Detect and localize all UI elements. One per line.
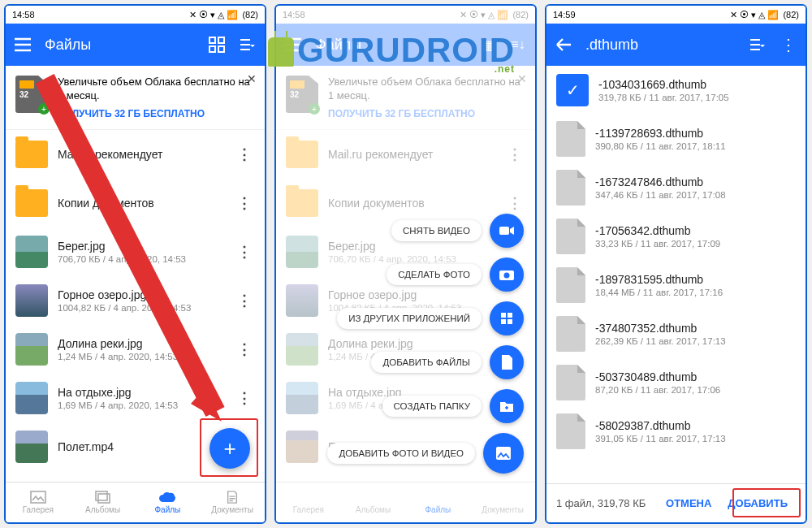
highlight-box-add — [732, 488, 801, 517]
list-item[interactable]: Копии документов⋮ — [6, 179, 265, 227]
sort-icon[interactable] — [239, 36, 257, 54]
fab-action-add-media[interactable]: ДОБАВИТЬ ФОТО И ВИДЕО — [327, 433, 524, 474]
sort-icon[interactable] — [749, 36, 767, 54]
fab-menu: СНЯТЬ ВИДЕО СДЕЛАТЬ ФОТО ИЗ ДРУГИХ ПРИЛО… — [327, 214, 524, 474]
tab-albums[interactable]: Альбомы — [71, 483, 136, 522]
page-title: .dthumb — [585, 37, 736, 54]
svg-point-9 — [504, 273, 510, 279]
tab-gallery[interactable]: Галерея — [6, 483, 71, 522]
status-bar: 14:58 ✕ ⦿ ▾ ◬ 📶 (82) — [276, 6, 535, 24]
file-list[interactable]: ✓-1034031669.dthumb319,78 КБ / 11 авг. 2… — [546, 66, 806, 483]
file-icon — [556, 267, 585, 303]
camera-icon — [490, 258, 524, 292]
svg-rect-2 — [209, 46, 215, 52]
promo-link[interactable]: ПОЛУЧИТЬ 32 ГБ БЕСПЛАТНО — [58, 108, 255, 119]
svg-rect-1 — [218, 37, 224, 43]
screen-files: 14:58 ✕ ⦿ ▾ ◬ 📶 (82) Файлы 32+ Увеличьте… — [4, 4, 266, 524]
svg-rect-5 — [98, 494, 110, 503]
clock: 14:58 — [12, 10, 35, 19]
file-icon — [556, 365, 585, 400]
list-item[interactable]: Mail.ru рекомендует⋮ — [6, 130, 265, 179]
list-item[interactable]: -58029387.dthumb391,05 КБ / 11 авг. 2017… — [546, 407, 806, 456]
list-item[interactable]: Берег.jpg706,70 КБ / 4 апр. 2020, 14:53⋮ — [6, 227, 265, 276]
list-item[interactable]: -17056342.dthumb33,23 КБ / 11 авг. 2017,… — [546, 212, 806, 261]
fab-action-photo[interactable]: СДЕЛАТЬ ФОТО — [387, 258, 524, 292]
folder-icon — [15, 141, 48, 168]
folder-plus-icon — [490, 389, 524, 423]
status-icons: ✕ ⦿ ▾ ◬ 📶 (82) — [189, 10, 258, 20]
back-icon[interactable] — [555, 36, 572, 54]
screen-fab-menu: 14:58 ✕ ⦿ ▾ ◬ 📶 (82) Файлы ▦ ≡↓ 32+ Увел… — [274, 4, 537, 524]
list-item[interactable]: ✓-1034031669.dthumb319,78 КБ / 11 авг. 2… — [546, 66, 806, 115]
list-item[interactable]: Долина реки.jpg1,24 МБ / 4 апр. 2020, 14… — [6, 325, 265, 374]
watermark: GURUDROID.net — [268, 31, 515, 75]
svg-rect-3 — [218, 46, 224, 52]
svg-rect-10 — [501, 313, 506, 318]
status-bar: 14:58 ✕ ⦿ ▾ ◬ 📶 (82) — [6, 6, 265, 24]
clock: 14:58 — [283, 10, 305, 19]
app-bar: Файлы — [6, 24, 265, 66]
svg-rect-6 — [96, 491, 107, 500]
svg-rect-0 — [209, 37, 215, 43]
list-item[interactable]: -1139728693.dthumb390,80 КБ / 11 авг. 20… — [546, 115, 806, 163]
clock: 14:59 — [553, 10, 576, 19]
more-icon[interactable]: ⋮ — [234, 340, 255, 358]
promo-text: Увеличьте объем Облака бесплатно на 1 ме… — [58, 76, 255, 103]
list-item[interactable]: -503730489.dthumb87,20 КБ / 11 авг. 2017… — [546, 358, 806, 407]
fab-action-video[interactable]: СНЯТЬ ВИДЕО — [391, 214, 524, 248]
more-icon[interactable]: ⋮ — [780, 36, 797, 54]
apps-icon — [490, 301, 524, 335]
svg-rect-13 — [508, 319, 512, 324]
more-icon[interactable]: ⋮ — [234, 389, 255, 407]
close-icon[interactable]: ✕ — [247, 72, 257, 85]
more-icon[interactable]: ⋮ — [234, 243, 255, 261]
image-icon — [483, 433, 524, 474]
more-icon[interactable]: ⋮ — [234, 145, 255, 163]
fab-action-other-apps[interactable]: ИЗ ДРУГИХ ПРИЛОЖЕНИЙ — [337, 301, 524, 335]
image-thumb — [15, 284, 48, 317]
bottom-tabs: Галерея Альбомы Файлы Документы — [6, 482, 265, 522]
more-icon[interactable]: ⋮ — [234, 292, 255, 309]
sd-card-icon: 32+ — [15, 76, 48, 113]
file-icon — [556, 413, 585, 449]
fab-action-add-files[interactable]: ДОБАВИТЬ ФАЙЛЫ — [371, 345, 524, 379]
list-item[interactable]: Горное озеро.jpg1004,82 КБ / 4 апр. 2020… — [6, 276, 265, 325]
checked-icon[interactable]: ✓ — [556, 74, 589, 106]
page-title: Файлы — [45, 37, 195, 54]
list-item[interactable]: -1897831595.dthumb18,44 МБ / 11 авг. 201… — [546, 261, 806, 309]
file-icon — [556, 219, 585, 254]
tab-docs[interactable]: Документы — [200, 483, 265, 522]
status-bar: 14:59 ✕ ⦿ ▾ ◬ 📶 (82) — [546, 6, 806, 24]
grid-view-icon[interactable] — [208, 36, 226, 54]
tab-files[interactable]: Файлы — [136, 483, 201, 522]
more-icon[interactable]: ⋮ — [234, 194, 255, 212]
video-icon — [490, 214, 524, 248]
file-icon — [556, 316, 585, 352]
bottom-tabs: Галерея Альбомы Файлы Документы — [276, 482, 535, 522]
list-item[interactable]: -1673247846.dthumb347,46 КБ / 11 авг. 20… — [546, 163, 806, 212]
cancel-button[interactable]: ОТМЕНА — [658, 491, 719, 516]
svg-rect-11 — [508, 313, 512, 318]
promo-card: 32+ Увеличьте объем Облака бесплатно на … — [276, 66, 535, 130]
file-icon — [556, 121, 585, 157]
file-icon — [490, 345, 524, 379]
fab-action-create-folder[interactable]: СОЗДАТЬ ПАПКУ — [382, 389, 524, 423]
folder-icon — [15, 189, 48, 217]
promo-card: 32+ Увеличьте объем Облака бесплатно на … — [6, 66, 265, 130]
selection-info: 1 файл, 319,78 КБ — [556, 497, 658, 509]
menu-icon[interactable] — [14, 36, 32, 54]
list-item[interactable]: -374807352.dthumb262,39 КБ / 11 авг. 201… — [546, 309, 806, 358]
list-item[interactable]: На отдыхе.jpg1,69 МБ / 4 апр. 2020, 14:5… — [6, 374, 265, 422]
file-icon — [556, 170, 585, 206]
highlight-box-fab — [200, 418, 258, 477]
svg-rect-7 — [499, 227, 509, 235]
svg-rect-12 — [501, 319, 506, 324]
app-bar: .dthumb ⋮ — [546, 24, 806, 66]
image-thumb — [15, 236, 48, 268]
image-thumb — [15, 382, 48, 414]
screen-dthumb: 14:59 ✕ ⦿ ▾ ◬ 📶 (82) .dthumb ⋮ ✓-1034031… — [545, 4, 807, 524]
image-thumb — [15, 431, 48, 463]
image-thumb — [15, 333, 48, 366]
